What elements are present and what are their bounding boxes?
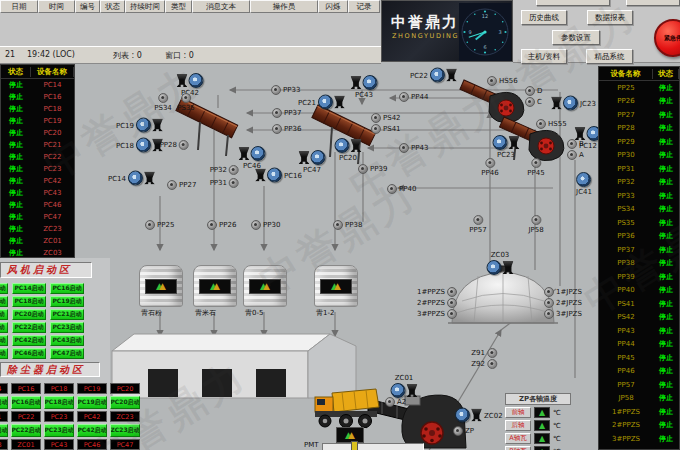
device-name: PP36 xyxy=(599,232,653,240)
alarm-column-4: 持续时间 xyxy=(125,0,165,13)
equipment-PC19[interactable]: PC19 xyxy=(116,118,163,133)
alarm-column-2: 编号 xyxy=(75,0,100,13)
sensor-C: C xyxy=(525,97,542,107)
equipment-PC22[interactable]: PC22 xyxy=(410,68,457,83)
silo-1-level-window: ▲▲ xyxy=(145,279,177,294)
point-icon xyxy=(447,298,457,308)
point-icon xyxy=(487,348,497,358)
equipment-PC16[interactable]: PC16 xyxy=(255,168,302,183)
status-value: 停止 xyxy=(653,326,679,336)
dust-start-button[interactable]: PC19启动 xyxy=(77,396,107,409)
table-row: PP28停止 xyxy=(599,122,679,136)
fan-start-button[interactable]: PC19启动 xyxy=(50,296,84,307)
fan-start-button[interactable]: JC41启动 xyxy=(0,322,8,333)
status-value: 停止 xyxy=(1,92,31,102)
equipment-PC46[interactable]: PC46 xyxy=(239,146,266,170)
equipment-PC21[interactable]: PC21 xyxy=(298,95,345,110)
alarm-list-area[interactable] xyxy=(0,13,381,47)
fan-start-button[interactable]: PC47启动 xyxy=(50,348,84,359)
fan-start-button[interactable]: PC23启动 xyxy=(50,322,84,333)
node-label: PC21 xyxy=(298,98,316,106)
fan-start-button[interactable]: PC16启动 xyxy=(50,283,84,294)
status-value: 停止 xyxy=(653,137,679,147)
fan-start-button[interactable]: PC12启动 xyxy=(0,283,8,294)
equipment-PC20[interactable]: PC20 xyxy=(335,138,362,162)
emergency-stop-button[interactable]: 紧急停 xyxy=(654,19,680,57)
equipment-PC14[interactable]: PC14 xyxy=(108,171,155,186)
device-name: PP43 xyxy=(599,327,653,335)
data-report-button[interactable]: 数据报表 xyxy=(587,10,633,25)
dust-start-button[interactable]: PC18启动 xyxy=(44,396,74,409)
fan-start-button[interactable]: JC23启动 xyxy=(0,309,8,320)
fan-start-button[interactable]: PC42启动 xyxy=(12,335,46,346)
node-label: HS55 xyxy=(548,120,567,128)
point-icon xyxy=(167,180,177,190)
dust-start-button[interactable]: PC22启动 xyxy=(11,424,41,437)
status-value: 停止 xyxy=(653,285,679,295)
equipment-ZC02[interactable]: ZC02 xyxy=(455,408,503,423)
scada-screen: ▲▲ 青石粉 ▲▲ 青米石 ▲▲ 青0-5 ▲▲ 青1-2 PC42PS34PS… xyxy=(0,0,680,450)
fan-start-button[interactable]: PC21启动 xyxy=(50,309,84,320)
equipment-PC23[interactable]: PC23 xyxy=(493,135,520,159)
equipment-JC23[interactable]: JC23 xyxy=(551,96,596,111)
alarm-column-5: 类型 xyxy=(165,0,192,13)
dust-start-button[interactable]: ZC23启动 xyxy=(110,424,140,437)
point-icon xyxy=(531,215,541,225)
dust-start-button[interactable]: PC42启动 xyxy=(77,424,107,437)
dust-start-button[interactable]: PC20启动 xyxy=(110,396,140,409)
pmt-slider-thumb[interactable] xyxy=(351,441,358,450)
equipment-PC47[interactable]: PC47 xyxy=(299,150,326,174)
table-row: PP37停止 xyxy=(599,243,679,257)
node-label: JP58 xyxy=(528,226,543,234)
device-name: PP46 xyxy=(599,367,653,375)
dust-start-button[interactable]: PC21启动 xyxy=(0,424,8,437)
status-value: 停止 xyxy=(653,380,679,390)
table-row: 停止PC42 xyxy=(1,175,74,187)
node-label: Z92 xyxy=(471,360,485,368)
equipment-ZC03[interactable]: ZC03 xyxy=(487,251,514,275)
fan-start-button[interactable]: PC46启动 xyxy=(12,348,46,359)
fan-start-button[interactable]: PC18启动 xyxy=(12,296,46,307)
device-name: PP26 xyxy=(599,97,653,105)
dust-collector-cell: PC16PC16启动 xyxy=(11,383,41,409)
fan-start-button[interactable]: PC13启动 xyxy=(0,296,8,307)
status-value: 停止 xyxy=(1,200,31,210)
fan-start-button[interactable]: PC43启动 xyxy=(50,335,84,346)
premium-system-button[interactable]: 精品系统 xyxy=(586,49,633,64)
zp-panel-title: ZP各轴温度 xyxy=(505,393,571,405)
zp-temp-unit: ℃ xyxy=(553,435,561,443)
dust-collector-cell: PC47PC47启动 xyxy=(110,439,140,450)
sensor-PP38: PP38 xyxy=(333,220,362,230)
equipment-PC43[interactable]: PC43 xyxy=(351,75,378,99)
hopper-icon xyxy=(551,97,562,110)
fan-icon xyxy=(251,146,266,161)
table-row: PP43停止 xyxy=(599,324,679,338)
toolbar-button-clipped-1[interactable] xyxy=(536,0,610,6)
fan-start-button[interactable]: ZC01启动 xyxy=(0,335,8,346)
hopper-icon xyxy=(239,147,250,160)
table-row: 停止PC19 xyxy=(1,115,74,127)
equipment-ZC01[interactable]: ZC01 xyxy=(391,374,418,398)
toolbar-button-clipped-2[interactable] xyxy=(626,0,680,6)
host-data-button[interactable]: 主机/资料 xyxy=(521,49,567,64)
fan-start-button[interactable]: PC14启动 xyxy=(12,283,46,294)
fan-icon xyxy=(563,96,578,111)
status-value: 停止 xyxy=(653,258,679,268)
fan-start-button[interactable]: PC22启动 xyxy=(12,322,46,333)
equipment-JC41[interactable]: JC41 xyxy=(576,172,592,196)
point-icon xyxy=(544,298,554,308)
history-curve-button[interactable]: 历史曲线 xyxy=(521,10,567,25)
hopper-icon xyxy=(351,76,362,89)
dust-start-button[interactable]: PC14启动 xyxy=(0,396,8,409)
dust-start-button[interactable]: PC23启动 xyxy=(44,424,74,437)
status-value: 停止 xyxy=(1,236,31,246)
equipment-PC18[interactable]: PC18 xyxy=(116,138,163,153)
pmt-slider[interactable] xyxy=(322,443,424,450)
fan-start-button[interactable]: PC20启动 xyxy=(12,309,46,320)
parameter-settings-button[interactable]: 参数设置 xyxy=(552,30,600,45)
node-label: JC41 xyxy=(576,188,592,196)
dust-start-button[interactable]: PC16启动 xyxy=(11,396,41,409)
device-name: PP32 xyxy=(599,178,653,186)
point-icon xyxy=(485,158,495,168)
fan-start-button[interactable]: ZC03启动 xyxy=(0,348,8,359)
